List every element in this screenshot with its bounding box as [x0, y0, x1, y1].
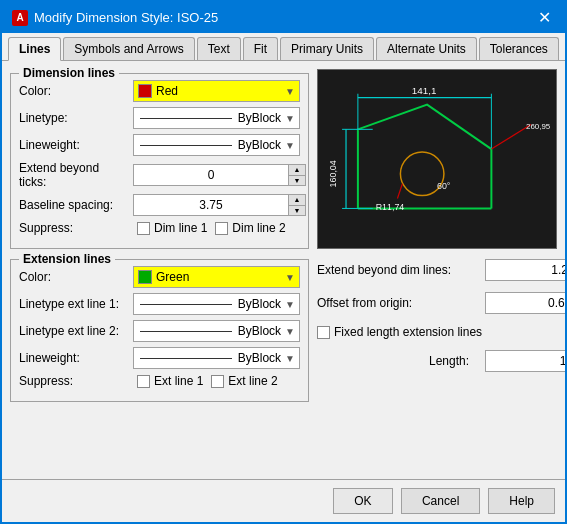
extend-ticks-arrows: ▲ ▼: [288, 164, 306, 186]
lineweight-row: Lineweight: ByBlock ▼: [19, 134, 300, 156]
ext-color-select[interactable]: Green ▼: [133, 266, 300, 288]
length-input[interactable]: [485, 350, 565, 372]
suppress-label: Suppress:: [19, 221, 129, 235]
dialog: A Modify Dimension Style: ISO-25 ✕ Lines…: [0, 0, 567, 524]
extend-dim-input[interactable]: [485, 259, 565, 281]
baseline-down[interactable]: ▼: [289, 206, 305, 216]
color-swatch-green: [138, 270, 152, 284]
baseline-spacing-input[interactable]: [133, 194, 288, 216]
extend-ticks-up[interactable]: ▲: [289, 165, 305, 176]
fixed-length-checkbox[interactable]: [317, 326, 330, 339]
color-row: Color: Red ▼: [19, 80, 300, 102]
baseline-spacing-spinner[interactable]: ▲ ▼: [133, 194, 203, 216]
ext-line-2-label: Ext line 2: [228, 374, 277, 388]
lineweight-arrow: ▼: [285, 140, 295, 151]
ext-linetype2-row: Linetype ext line 2: ByBlock ▼: [19, 320, 300, 342]
ext-suppress-label: Suppress:: [19, 374, 129, 388]
tab-fit[interactable]: Fit: [243, 37, 278, 60]
length-label: Length:: [317, 354, 477, 368]
extend-ticks-input[interactable]: [133, 164, 288, 186]
line-dash: [140, 118, 232, 119]
extension-lines-group: Extension lines Color: Green ▼ Linetype …: [10, 259, 309, 402]
extend-ticks-spinner[interactable]: ▲ ▼: [133, 164, 203, 186]
ext-lineweight-value: ByBlock: [238, 351, 281, 365]
ext-lineweight-label: Lineweight:: [19, 351, 129, 365]
fixed-length-checkbox-label[interactable]: Fixed length extension lines: [317, 325, 482, 339]
ext-linetype1-select[interactable]: ByBlock ▼: [133, 293, 300, 315]
app-icon: A: [12, 10, 28, 26]
ext-linetype2-select[interactable]: ByBlock ▼: [133, 320, 300, 342]
ext-linetype2-arrow: ▼: [285, 326, 295, 337]
dim-line-1-label: Dim line 1: [154, 221, 207, 235]
ext-linetype1-row: Linetype ext line 1: ByBlock ▼: [19, 293, 300, 315]
help-button[interactable]: Help: [488, 488, 555, 514]
dim-line-1-checkbox[interactable]: [137, 222, 150, 235]
dim-line-1-checkbox-label[interactable]: Dim line 1: [137, 221, 207, 235]
linetype-label: Linetype:: [19, 111, 129, 125]
offset-row: Offset from origin: ▲ ▼: [317, 292, 557, 314]
fixed-length-label: Fixed length extension lines: [334, 325, 482, 339]
color-swatch-red: [138, 84, 152, 98]
line-dash3: [140, 304, 232, 305]
length-spinner[interactable]: ▲ ▼: [485, 350, 555, 372]
color-select[interactable]: Red ▼: [133, 80, 300, 102]
svg-text:60°: 60°: [437, 181, 451, 191]
dialog-title: Modify Dimension Style: ISO-25: [34, 10, 218, 25]
extend-ticks-down[interactable]: ▼: [289, 176, 305, 186]
tab-lines[interactable]: Lines: [8, 37, 61, 61]
main-content: Dimension lines Color: Red ▼ Linetype:: [2, 61, 565, 479]
baseline-arrows: ▲ ▼: [288, 194, 306, 216]
baseline-spacing-label: Baseline spacing:: [19, 198, 129, 212]
ext-color-value: Green: [156, 270, 189, 284]
tab-primary-units[interactable]: Primary Units: [280, 37, 374, 60]
svg-text:141,1: 141,1: [412, 85, 437, 96]
linetype-arrow: ▼: [285, 113, 295, 124]
lineweight-label: Lineweight:: [19, 138, 129, 152]
dimension-lines-label: Dimension lines: [19, 66, 119, 80]
linetype-value: ByBlock: [238, 111, 281, 125]
baseline-up[interactable]: ▲: [289, 195, 305, 206]
offset-input[interactable]: [485, 292, 565, 314]
dim-line-2-label: Dim line 2: [232, 221, 285, 235]
ext-lineweight-select[interactable]: ByBlock ▼: [133, 347, 300, 369]
color-dropdown-arrow: ▼: [285, 86, 295, 97]
length-row: Length: ▲ ▼: [317, 350, 557, 372]
lineweight-select[interactable]: ByBlock ▼: [133, 134, 300, 156]
ext-line-2-checkbox[interactable]: [211, 375, 224, 388]
extend-dim-row: Extend beyond dim lines: ▲ ▼: [317, 259, 557, 281]
tab-bar: Lines Symbols and Arrows Text Fit Primar…: [2, 33, 565, 61]
right-panel: 141,1 160,04 260,95 60° R11,74: [317, 69, 557, 471]
ext-line-1-checkbox[interactable]: [137, 375, 150, 388]
linetype-select[interactable]: ByBlock ▼: [133, 107, 300, 129]
svg-text:260,95: 260,95: [526, 122, 551, 131]
bottom-bar: OK Cancel Help: [2, 479, 565, 522]
preview-box: 141,1 160,04 260,95 60° R11,74: [317, 69, 557, 249]
right-form: Extend beyond dim lines: ▲ ▼ Offset from…: [317, 259, 557, 377]
close-button[interactable]: ✕: [534, 8, 555, 27]
line-dash2: [140, 145, 232, 146]
offset-spinner[interactable]: ▲ ▼: [485, 292, 555, 314]
tab-symbols-arrows[interactable]: Symbols and Arrows: [63, 37, 194, 60]
ext-color-row: Color: Green ▼: [19, 266, 300, 288]
fixed-length-row: Fixed length extension lines: [317, 325, 557, 339]
ok-button[interactable]: OK: [333, 488, 393, 514]
dim-line-2-checkbox[interactable]: [215, 222, 228, 235]
linetype-row: Linetype: ByBlock ▼: [19, 107, 300, 129]
ext-linetype2-value: ByBlock: [238, 324, 281, 338]
ext-line-2-checkbox-label[interactable]: Ext line 2: [211, 374, 277, 388]
tab-alternate-units[interactable]: Alternate Units: [376, 37, 477, 60]
extension-lines-label: Extension lines: [19, 252, 115, 266]
extend-dim-spinner[interactable]: ▲ ▼: [485, 259, 555, 281]
ext-line-1-checkbox-label[interactable]: Ext line 1: [137, 374, 203, 388]
baseline-spacing-row: Baseline spacing: ▲ ▼: [19, 194, 300, 216]
ext-line-1-label: Ext line 1: [154, 374, 203, 388]
ext-lineweight-row: Lineweight: ByBlock ▼: [19, 347, 300, 369]
tab-text[interactable]: Text: [197, 37, 241, 60]
ext-linetype2-label: Linetype ext line 2:: [19, 324, 129, 338]
color-label: Color:: [19, 84, 129, 98]
cancel-button[interactable]: Cancel: [401, 488, 480, 514]
ext-suppress-row: Suppress: Ext line 1 Ext line 2: [19, 374, 300, 388]
extend-ticks-row: Extend beyond ticks: ▲ ▼: [19, 161, 300, 189]
tab-tolerances[interactable]: Tolerances: [479, 37, 559, 60]
dim-line-2-checkbox-label[interactable]: Dim line 2: [215, 221, 285, 235]
